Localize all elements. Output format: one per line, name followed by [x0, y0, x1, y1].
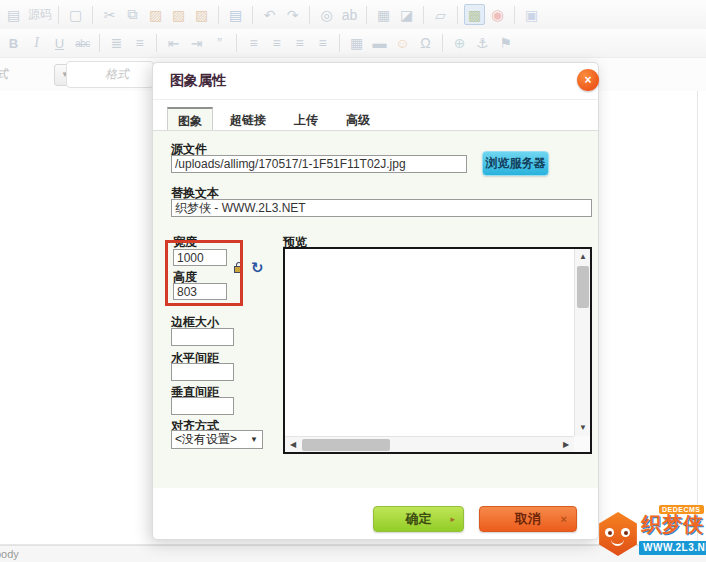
align-right-icon[interactable]: ≡	[289, 33, 310, 54]
toolbar-separator	[423, 6, 424, 24]
bulleted-list-icon[interactable]: ≡	[129, 33, 150, 54]
alt-text-input[interactable]	[171, 199, 592, 217]
border-size-input[interactable]	[171, 328, 234, 346]
width-input[interactable]	[173, 249, 227, 266]
scroll-down-icon[interactable]: ▼	[575, 420, 591, 436]
toolbar-row-2: BIUabc≣≡⇤⇥”≡≡≡≡▦▬☺Ω⊕⚓⚑	[0, 29, 706, 58]
paste-word-icon[interactable]: ▨	[191, 4, 212, 25]
browse-server-button[interactable]: 浏览服务器	[482, 151, 549, 176]
undo-icon[interactable]: ↶	[259, 4, 280, 25]
toolbar-separator	[514, 6, 515, 24]
iframe-icon[interactable]: ▣	[521, 4, 542, 25]
underline-icon[interactable]: U	[49, 33, 70, 54]
toolbar-separator	[92, 6, 93, 24]
indent-icon[interactable]: ⇥	[186, 33, 207, 54]
image-properties-dialog: 图象属性 × 图象 超链接 上传 高级 源文件 浏览服务器 替换文本 宽度 高度…	[152, 62, 599, 540]
style-combo[interactable]: 样式 ▼	[0, 62, 76, 87]
scroll-right-icon[interactable]: ▶	[558, 437, 574, 453]
remove-format-icon[interactable]: ◪	[396, 4, 417, 25]
style-combo-value: 样式	[0, 66, 54, 83]
strikethrough-icon[interactable]: abc	[72, 33, 93, 54]
mascot-eye	[621, 528, 630, 537]
toolbar-separator	[309, 6, 310, 24]
select-all-icon[interactable]: ▦	[373, 4, 394, 25]
reset-size-icon[interactable]: ↻	[251, 259, 264, 277]
outdent-icon[interactable]: ⇤	[163, 33, 184, 54]
horizontal-rule-icon[interactable]: ▬	[369, 33, 390, 54]
horizontal-scrollbar[interactable]: ◀ ▶	[285, 436, 574, 452]
special-char-icon[interactable]: Ω	[415, 33, 436, 54]
lock-ratio-icon[interactable]	[234, 266, 243, 273]
height-input[interactable]	[173, 283, 227, 300]
toolbar-separator	[156, 34, 157, 52]
redo-icon[interactable]: ↷	[282, 4, 303, 25]
toolbar-separator	[218, 6, 219, 24]
chevron-down-icon: ▼	[250, 435, 262, 444]
paste-text-icon[interactable]: ▨	[168, 4, 189, 25]
flag-icon[interactable]: ⚑	[495, 33, 516, 54]
format-combo-value: 格式	[67, 66, 129, 83]
align-justify-icon[interactable]: ≡	[312, 33, 333, 54]
toolbar-separator	[366, 6, 367, 24]
hspace-input[interactable]	[171, 363, 234, 381]
replace-icon[interactable]: ab	[339, 4, 360, 25]
universal-keyboard-icon[interactable]: ⊕	[449, 33, 470, 54]
find-icon[interactable]: ◎	[316, 4, 337, 25]
dialog-divider	[153, 99, 598, 100]
paste-icon[interactable]: ▨	[145, 4, 166, 25]
doc-icon[interactable]: ▤	[3, 4, 24, 25]
image-icon[interactable]: ▩	[464, 4, 485, 25]
scroll-up-icon[interactable]: ▲	[575, 249, 591, 265]
toolbar-separator	[58, 6, 59, 24]
align-select[interactable]: <没有设置> ▼	[171, 430, 263, 449]
dedecms-mascot-icon	[597, 512, 639, 556]
italic-icon[interactable]: I	[26, 33, 47, 54]
cancel-button-label: 取消	[515, 510, 541, 528]
source-code-button[interactable]: 源码	[26, 4, 52, 25]
dedecms-watermark: DEDECMS 织梦侠 WWW.2L3.NET	[597, 505, 705, 560]
watermark-site: WWW.2L3.NET	[639, 541, 706, 555]
flash-icon[interactable]: ◉	[487, 4, 508, 25]
editor-window: ▤源码▢✂⧉▨▨▨▤↶↷◎ab▦◪▱▩◉▣ BIUabc≣≡⇤⇥”≡≡≡≡▦▬☺…	[0, 0, 706, 562]
watermark-brand: 织梦侠	[641, 511, 704, 538]
source-file-input[interactable]	[171, 155, 467, 173]
horizontal-scroll-thumb[interactable]	[302, 439, 390, 451]
anchor-icon[interactable]: ⚓	[472, 33, 493, 54]
format-combo[interactable]: 格式	[66, 61, 154, 88]
source-code-button-label: 源码	[28, 6, 52, 23]
bold-icon[interactable]: B	[3, 33, 24, 54]
ok-arrow-icon: ▸	[450, 514, 455, 524]
smiley-icon[interactable]: ☺	[392, 33, 413, 54]
copy-icon[interactable]: ⧉	[122, 4, 143, 25]
blockquote-icon[interactable]: ”	[209, 33, 230, 54]
vertical-scroll-thumb[interactable]	[577, 266, 589, 308]
toolbar-separator	[99, 34, 100, 52]
ok-button-label: 确定	[406, 510, 432, 528]
templates-icon[interactable]: ▱	[430, 4, 451, 25]
cut-icon[interactable]: ✂	[99, 4, 120, 25]
toolbar-row-1: ▤源码▢✂⧉▨▨▨▤↶↷◎ab▦◪▱▩◉▣	[0, 0, 706, 29]
mascot-eye	[605, 528, 614, 537]
scroll-left-icon[interactable]: ◀	[285, 437, 301, 453]
scrollbar-corner	[574, 436, 590, 452]
align-center-icon[interactable]: ≡	[266, 33, 287, 54]
preview-pane[interactable]: ▲ ▼ ◀ ▶	[283, 247, 592, 454]
ok-button[interactable]: 确定 ▸	[373, 506, 464, 532]
toolbar-separator	[252, 6, 253, 24]
numbered-list-icon[interactable]: ≣	[106, 33, 127, 54]
cancel-button[interactable]: 取消 ×	[479, 506, 577, 532]
print-icon[interactable]: ▤	[225, 4, 246, 25]
close-icon[interactable]: ×	[577, 69, 599, 91]
align-left-icon[interactable]: ≡	[243, 33, 264, 54]
dialog-title: 图象属性	[170, 72, 226, 90]
toolbar-separator	[339, 34, 340, 52]
vertical-scrollbar[interactable]: ▲ ▼	[574, 249, 590, 436]
mascot-mouth	[611, 539, 624, 546]
cancel-x-icon: ×	[561, 513, 567, 525]
vspace-input[interactable]	[171, 397, 234, 415]
table-icon[interactable]: ▦	[346, 33, 367, 54]
preview-page-icon[interactable]: ▢	[65, 4, 86, 25]
toolbar-separator	[457, 6, 458, 24]
align-select-value: <没有设置>	[172, 431, 250, 448]
toolbar-separator	[442, 34, 443, 52]
